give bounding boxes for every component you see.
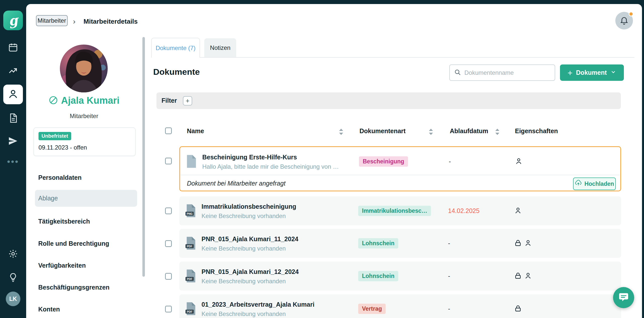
search-icon [450,68,461,77]
person-icon [8,89,18,100]
breadcrumb-root-button[interactable]: Mitarbeiter [36,15,68,26]
lock-icon [514,272,522,281]
upload-button[interactable]: Hochladen [573,178,616,190]
ellipsis-icon: ••• [7,157,19,166]
svg-text:PNG: PNG [187,212,193,215]
person-icon [524,272,532,281]
sort-icon-type[interactable] [429,128,433,135]
properties-cell [514,239,532,248]
row-checkbox[interactable] [165,207,172,214]
row-checkbox[interactable] [165,158,172,164]
profile-menu-taetigkeitsbereich[interactable]: Tätigkeitsbereich [38,216,134,227]
gear-icon [8,255,18,260]
properties-cell [514,206,522,216]
properties-cell [514,304,522,313]
sidebar-item-ideas[interactable] [8,272,18,282]
document-type-badge: Lohnschein [358,238,398,249]
chat-bubble-icon [618,292,629,304]
request-status-note: Dokument bei Mitarbeiter angefragt [187,180,286,187]
document-description: Hallo Ajala, bitte lade mir die Beschein… [202,163,339,170]
notification-dot [629,12,633,16]
file-type-icon-png: PNG [185,204,196,218]
document-name[interactable]: Bescheinigung Erste-Hilfe-Kurs [202,154,297,161]
sort-icon-expiry[interactable] [495,128,499,135]
document-search[interactable] [449,64,555,81]
profile-menu-beschaeftigungsgrenzen[interactable]: Beschäftigungsgrenzen [38,282,134,293]
chat-launcher-button[interactable] [613,287,634,308]
column-header-type[interactable]: Dokumentenart [359,127,406,135]
table-row[interactable]: PDF 01_2023_Arbeitsvertrag_Ajala Kumari … [179,294,621,318]
profile-menu-konten[interactable]: Konten [38,304,134,315]
document-icon [8,120,18,124]
page-title: Dokumente [153,67,200,77]
document-type-badge: Bescheinigung [359,156,408,167]
add-document-label: Dokument [576,69,607,76]
expiry-date: - [448,305,450,312]
breadcrumb-separator: › [73,17,75,26]
file-type-icon-pdf: PDF [185,269,196,283]
table-row-requested[interactable]: Bescheinigung Erste-Hilfe-Kurs Hallo Aja… [179,146,621,191]
profile-menu-personaldaten[interactable]: Personaldaten [38,172,134,183]
sidebar-item-calendar[interactable] [8,42,18,52]
row-checkbox[interactable] [165,273,172,280]
tab-notizen[interactable]: Notizen [204,38,236,57]
select-all-checkbox[interactable] [165,127,172,134]
document-description: Keine Beschreibung vorhanden [202,310,286,317]
filter-bar: Filter + [156,92,621,109]
table-row[interactable]: PDF PNR_015_Ajala Kumari_12_2024 Keine B… [179,262,621,291]
lock-icon [514,239,522,248]
profile-menu-ablage[interactable]: Ablage [38,193,134,204]
sidebar-item-settings[interactable] [8,249,18,259]
add-document-button[interactable]: + Dokument [560,64,624,81]
row-checkbox[interactable] [165,240,172,247]
table-row[interactable]: PNG Immatrikulationsbescheinigung Keine … [179,196,621,225]
row-checkbox[interactable] [165,306,172,312]
column-header-expiry[interactable]: Ablaufdatum [450,127,488,135]
file-type-icon-pdf: PDF [185,236,196,250]
svg-text:PDF: PDF [187,310,192,313]
app-logo[interactable]: g [3,11,23,30]
contract-period: 09.11.2023 - offen [38,144,87,151]
contract-card: Unbefristet 09.11.2023 - offen [33,127,136,156]
app-rail: g ••• LK [0,0,26,318]
person-icon [514,206,522,216]
sidebar-item-employees[interactable] [3,85,23,104]
document-name[interactable]: PNR_015_Ajala Kumari_11_2024 [202,235,298,243]
document-type-badge: Immatrikulationsbesc… [358,206,431,216]
add-filter-button[interactable]: + [183,96,192,105]
document-name[interactable]: Immatrikulationsbescheinigung [202,203,296,210]
sidebar-item-send[interactable] [8,136,18,146]
document-name[interactable]: PNR_015_Ajala Kumari_12_2024 [202,268,299,275]
filter-label: Filter [162,97,177,104]
document-name[interactable]: 01_2023_Arbeitsvertrag_Ajala Kumari [202,301,314,308]
sidebar-item-documents[interactable] [8,113,18,123]
breadcrumb-current: Mitarbeiterdetails [84,18,138,25]
table-row[interactable]: PDF PNR_015_Ajala Kumari_11_2024 Keine B… [179,229,621,258]
employee-avatar[interactable] [60,45,108,92]
content-scrollbar[interactable] [142,37,145,277]
plus-icon: + [568,69,573,77]
employee-role: Mitarbeiter [26,113,142,120]
expiry-date: - [448,240,450,247]
search-input[interactable] [464,69,547,76]
document-type-badge: Lohnschein [358,271,398,281]
tab-dokumente[interactable]: Dokumente (7) [151,38,200,58]
svg-text:PDF: PDF [187,277,192,280]
sidebar-item-analytics[interactable] [8,66,18,76]
person-icon [515,157,523,166]
column-header-name[interactable]: Name [187,127,204,135]
bell-icon [620,16,629,26]
profile-menu-rolle[interactable]: Rolle und Berechtigung [38,238,134,249]
upload-cloud-icon [575,180,582,188]
svg-text:PDF: PDF [187,245,192,248]
file-type-icon-pdf: PDF [185,302,196,316]
properties-cell [515,157,523,166]
sort-icon-name[interactable] [339,128,343,135]
profile-menu-verfuegbarkeiten[interactable]: Verfügbarkeiten [38,260,134,271]
chevron-down-icon [610,69,616,77]
sidebar-item-more[interactable]: ••• [6,157,21,167]
row-divider [181,175,620,175]
expiry-date: 14.02.2025 [448,207,479,215]
trending-up-icon [8,72,18,77]
current-user-avatar[interactable]: LK [6,292,20,306]
